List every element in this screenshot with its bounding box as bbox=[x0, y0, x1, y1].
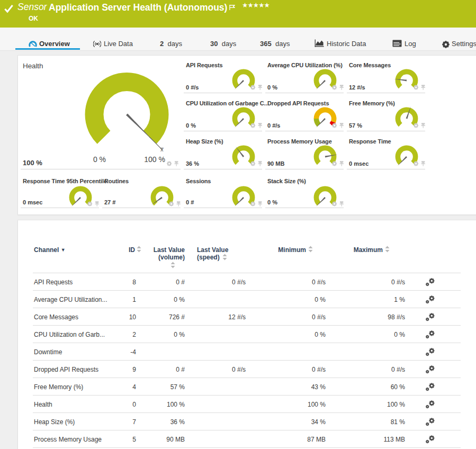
svg-text:x̅: x̅ bbox=[160, 146, 164, 152]
